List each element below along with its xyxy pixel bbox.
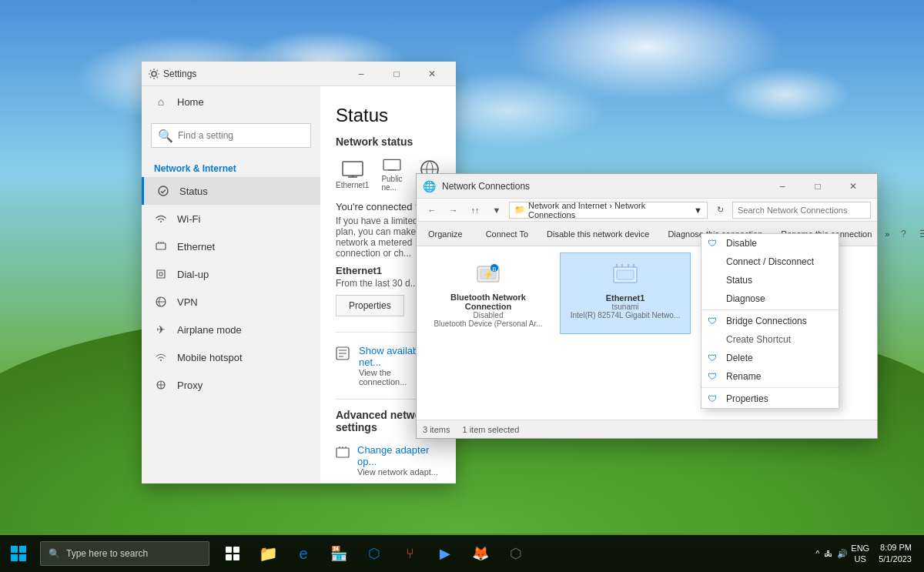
ctx-connect-disconnect[interactable]: Connect / Disconnect bbox=[701, 253, 839, 271]
airplane-icon: ✈ bbox=[154, 323, 168, 336]
desktop: Settings – □ ✕ ⌂ Home 🔍 Network & Intern… bbox=[0, 0, 924, 572]
ethernet-adapter-name: Ethernet1 bbox=[606, 293, 645, 303]
netconn-statusbar: 3 items 1 item selected bbox=[417, 420, 877, 438]
properties-button[interactable]: Properties bbox=[336, 295, 404, 316]
edge-button[interactable]: e bbox=[286, 537, 320, 570]
shield-icon-delete: 🛡 bbox=[708, 353, 717, 363]
ctx-delete[interactable]: 🛡 Delete bbox=[701, 349, 839, 367]
chevron-up-icon[interactable]: ^ bbox=[815, 549, 819, 558]
netconn-titlebar: 🌐 Network Connections – □ ✕ bbox=[417, 174, 877, 199]
taskbar-search-box[interactable]: 🔍 Type here to search bbox=[40, 541, 209, 566]
nav-forward-button[interactable]: → bbox=[444, 201, 463, 219]
refresh-button[interactable]: ↻ bbox=[711, 201, 729, 219]
start-button[interactable] bbox=[0, 535, 37, 572]
sidebar-item-ethernet[interactable]: Ethernet bbox=[142, 232, 320, 260]
page-title: Status bbox=[336, 105, 440, 126]
settings-title: Settings bbox=[163, 69, 343, 79]
home-icon: ⌂ bbox=[154, 95, 168, 109]
connect-to-button[interactable]: Connect To bbox=[477, 226, 537, 242]
taskbar-search-label: Type here to search bbox=[66, 548, 148, 559]
sidebar-item-dialup[interactable]: Dial-up bbox=[142, 260, 320, 288]
settings-search-box[interactable]: 🔍 bbox=[151, 123, 311, 148]
ctx-bridge[interactable]: 🛡 Bridge Connections bbox=[701, 312, 839, 330]
taskview-button[interactable] bbox=[216, 537, 249, 570]
system-clock[interactable]: 8:09 PM 5/1/2023 bbox=[872, 542, 918, 566]
netconn-minimize-button[interactable]: – bbox=[765, 174, 800, 199]
store-button[interactable]: 🏪 bbox=[322, 537, 356, 570]
help-button[interactable]: ? bbox=[894, 225, 912, 243]
sidebar-item-vpn[interactable]: VPN bbox=[142, 288, 320, 316]
svg-rect-7 bbox=[383, 159, 400, 169]
search-icon: 🔍 bbox=[158, 129, 173, 143]
svg-point-2 bbox=[160, 221, 162, 222]
toolbar-more-button[interactable]: » bbox=[882, 227, 892, 241]
adapter-icon bbox=[336, 446, 350, 463]
ctx-disable[interactable]: 🛡 Disable bbox=[701, 234, 839, 253]
clock-date: 5/1/2023 bbox=[879, 554, 912, 565]
network-sharing-item[interactable]: Network and Shari... For the networks yo… bbox=[336, 481, 440, 483]
settings-window-controls: – □ ✕ bbox=[343, 62, 450, 86]
nav-recent-button[interactable]: ▼ bbox=[487, 201, 506, 219]
ethernet-adapter-item[interactable]: Ethernet1 tsunami Intel(R) 82574L Gigabi… bbox=[560, 253, 691, 334]
settings-search-input[interactable] bbox=[178, 130, 304, 141]
vscode-button[interactable]: ⬡ bbox=[357, 537, 391, 570]
svg-text:B: B bbox=[492, 266, 496, 273]
shield-icon-properties: 🛡 bbox=[708, 393, 717, 404]
address-breadcrumb[interactable]: 📁 Network and Internet › Network Connect… bbox=[509, 202, 708, 219]
svg-rect-26 bbox=[233, 547, 239, 553]
settings-maximize-button[interactable]: □ bbox=[379, 62, 414, 86]
bluetooth-adapter-detail: Bluetooth Device (Personal Ar... bbox=[434, 319, 542, 328]
netconn-maximize-button[interactable]: □ bbox=[800, 174, 835, 199]
breadcrumb-dropdown[interactable]: ▼ bbox=[694, 206, 702, 215]
language-indicator[interactable]: ENG US bbox=[851, 543, 869, 565]
settings-minimize-button[interactable]: – bbox=[343, 62, 379, 86]
sidebar-item-wifi[interactable]: Wi-Fi bbox=[142, 205, 320, 232]
ctx-diagnose[interactable]: Diagnose bbox=[701, 289, 839, 308]
computer-icon-box: Ethernet1 bbox=[336, 157, 369, 192]
change-adapter-item[interactable]: Change adapter op... View network adapt.… bbox=[336, 440, 440, 481]
change-adapter-sub: View network adapt... bbox=[357, 467, 440, 477]
sidebar-item-proxy[interactable]: Proxy bbox=[142, 371, 320, 399]
taskbar-right: ^ 🖧 🔊 ENG US 8:09 PM 5/1/2023 bbox=[815, 542, 924, 566]
shield-icon-disable: 🛡 bbox=[708, 238, 717, 249]
windows-logo-icon bbox=[10, 545, 27, 562]
firefox-button[interactable]: 🦊 bbox=[464, 537, 497, 570]
sidebar-item-hotspot[interactable]: Mobile hotspot bbox=[142, 343, 320, 371]
disable-network-button[interactable]: Disable this network device bbox=[538, 226, 658, 242]
view-toggle-button[interactable]: ☰ bbox=[914, 225, 924, 243]
sidebar-item-home[interactable]: ⌂ Home bbox=[142, 86, 320, 117]
ctx-properties[interactable]: 🛡 Properties bbox=[701, 390, 839, 408]
settings-body: ⌂ Home 🔍 Network & Internet Status bbox=[142, 86, 456, 483]
netconn-search-input[interactable] bbox=[732, 202, 871, 219]
svg-rect-18 bbox=[617, 270, 634, 279]
netconn-close-button[interactable]: ✕ bbox=[835, 174, 871, 199]
file-explorer-button[interactable]: 📁 bbox=[251, 537, 285, 570]
items-selected: 1 item selected bbox=[462, 425, 519, 434]
ctx-status[interactable]: Status bbox=[701, 271, 839, 289]
settings-close-button[interactable]: ✕ bbox=[414, 62, 450, 86]
nav-back-button[interactable]: ← bbox=[423, 201, 441, 219]
git-button[interactable]: ⑂ bbox=[393, 537, 427, 570]
bluetooth-adapter-item[interactable]: ⚡ B Bluetooth Network Connection Disable… bbox=[423, 253, 554, 334]
organize-button[interactable]: Organize bbox=[420, 226, 471, 242]
ctx-rename[interactable]: 🛡 Rename bbox=[701, 367, 839, 386]
clock-time: 8:09 PM bbox=[879, 542, 912, 554]
svg-rect-23 bbox=[11, 554, 18, 561]
extra-app-button[interactable]: ⬡ bbox=[499, 537, 533, 570]
network-icon-box: Public ne... bbox=[381, 157, 403, 192]
sidebar-item-airplane[interactable]: ✈ Airplane mode bbox=[142, 316, 320, 343]
sidebar-category-label: Network & Internet bbox=[142, 154, 320, 177]
language-code: ENG US bbox=[851, 543, 869, 565]
ctx-create-shortcut[interactable]: Create Shortcut bbox=[701, 330, 839, 349]
nav-up-button[interactable]: ↑↑ bbox=[466, 201, 484, 219]
sidebar-item-status[interactable]: Status bbox=[142, 177, 320, 205]
bluetooth-adapter-status: Disabled bbox=[474, 311, 504, 319]
terminal-button[interactable]: ▶ bbox=[428, 537, 462, 570]
ethernet-adapter-status: tsunami bbox=[611, 303, 638, 311]
netconn-address-bar: ← → ↑↑ ▼ 📁 Network and Internet › Networ… bbox=[417, 199, 877, 222]
network-tray-icon[interactable]: 🖧 bbox=[824, 549, 832, 558]
netconn-title: Network Connections bbox=[442, 181, 758, 192]
speaker-icon[interactable]: 🔊 bbox=[837, 549, 848, 559]
status-icon bbox=[156, 184, 170, 198]
taskbar: 🔍 Type here to search 📁 e 🏪 ⬡ ⑂ ▶ bbox=[0, 535, 924, 572]
